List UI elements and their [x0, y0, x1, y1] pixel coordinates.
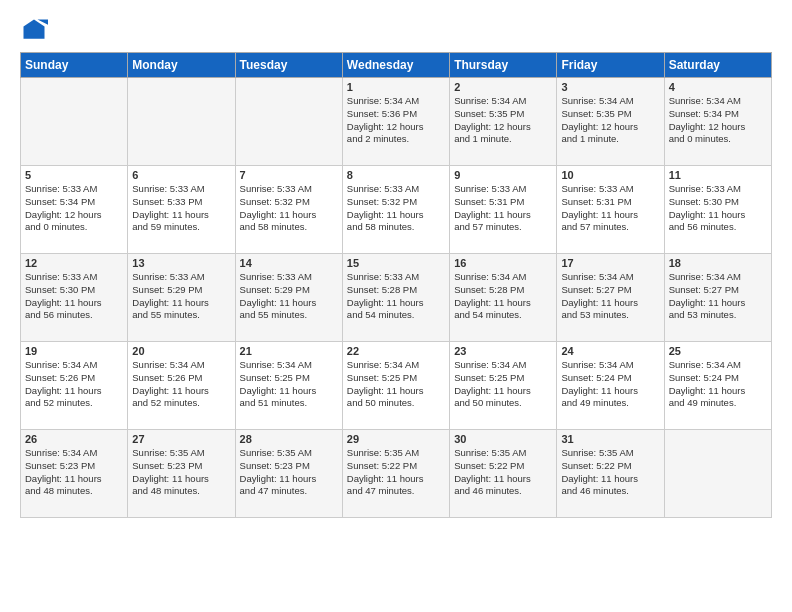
day-number: 24: [561, 345, 659, 357]
day-number: 9: [454, 169, 552, 181]
day-number: 28: [240, 433, 338, 445]
day-number: 25: [669, 345, 767, 357]
day-content: Sunrise: 5:33 AMSunset: 5:31 PMDaylight:…: [561, 183, 659, 234]
day-content: Sunrise: 5:35 AMSunset: 5:22 PMDaylight:…: [561, 447, 659, 498]
calendar-cell: 25Sunrise: 5:34 AMSunset: 5:24 PMDayligh…: [664, 342, 771, 430]
calendar-cell: 18Sunrise: 5:34 AMSunset: 5:27 PMDayligh…: [664, 254, 771, 342]
day-number: 17: [561, 257, 659, 269]
day-content: Sunrise: 5:34 AMSunset: 5:25 PMDaylight:…: [347, 359, 445, 410]
page: SundayMondayTuesdayWednesdayThursdayFrid…: [0, 0, 792, 534]
day-number: 30: [454, 433, 552, 445]
calendar-cell: 12Sunrise: 5:33 AMSunset: 5:30 PMDayligh…: [21, 254, 128, 342]
calendar-cell: [128, 78, 235, 166]
day-number: 27: [132, 433, 230, 445]
week-row-5: 26Sunrise: 5:34 AMSunset: 5:23 PMDayligh…: [21, 430, 772, 518]
day-number: 7: [240, 169, 338, 181]
calendar-cell: 22Sunrise: 5:34 AMSunset: 5:25 PMDayligh…: [342, 342, 449, 430]
calendar-cell: 11Sunrise: 5:33 AMSunset: 5:30 PMDayligh…: [664, 166, 771, 254]
day-number: 4: [669, 81, 767, 93]
day-content: Sunrise: 5:34 AMSunset: 5:25 PMDaylight:…: [240, 359, 338, 410]
day-number: 31: [561, 433, 659, 445]
calendar-cell: 17Sunrise: 5:34 AMSunset: 5:27 PMDayligh…: [557, 254, 664, 342]
day-number: 5: [25, 169, 123, 181]
day-number: 2: [454, 81, 552, 93]
day-content: Sunrise: 5:34 AMSunset: 5:36 PMDaylight:…: [347, 95, 445, 146]
day-content: Sunrise: 5:34 AMSunset: 5:34 PMDaylight:…: [669, 95, 767, 146]
day-number: 13: [132, 257, 230, 269]
day-number: 14: [240, 257, 338, 269]
day-number: 22: [347, 345, 445, 357]
header-day-thursday: Thursday: [450, 53, 557, 78]
header-day-sunday: Sunday: [21, 53, 128, 78]
day-content: Sunrise: 5:33 AMSunset: 5:30 PMDaylight:…: [25, 271, 123, 322]
day-content: Sunrise: 5:35 AMSunset: 5:23 PMDaylight:…: [132, 447, 230, 498]
calendar-cell: 20Sunrise: 5:34 AMSunset: 5:26 PMDayligh…: [128, 342, 235, 430]
week-row-2: 5Sunrise: 5:33 AMSunset: 5:34 PMDaylight…: [21, 166, 772, 254]
day-content: Sunrise: 5:34 AMSunset: 5:35 PMDaylight:…: [454, 95, 552, 146]
calendar-cell: 28Sunrise: 5:35 AMSunset: 5:23 PMDayligh…: [235, 430, 342, 518]
day-content: Sunrise: 5:34 AMSunset: 5:23 PMDaylight:…: [25, 447, 123, 498]
day-content: Sunrise: 5:35 AMSunset: 5:23 PMDaylight:…: [240, 447, 338, 498]
calendar-cell: 23Sunrise: 5:34 AMSunset: 5:25 PMDayligh…: [450, 342, 557, 430]
header-day-wednesday: Wednesday: [342, 53, 449, 78]
day-content: Sunrise: 5:34 AMSunset: 5:26 PMDaylight:…: [132, 359, 230, 410]
day-content: Sunrise: 5:34 AMSunset: 5:35 PMDaylight:…: [561, 95, 659, 146]
header-row-days: SundayMondayTuesdayWednesdayThursdayFrid…: [21, 53, 772, 78]
calendar-cell: 24Sunrise: 5:34 AMSunset: 5:24 PMDayligh…: [557, 342, 664, 430]
calendar-cell: 29Sunrise: 5:35 AMSunset: 5:22 PMDayligh…: [342, 430, 449, 518]
day-number: 12: [25, 257, 123, 269]
calendar-cell: 2Sunrise: 5:34 AMSunset: 5:35 PMDaylight…: [450, 78, 557, 166]
day-number: 15: [347, 257, 445, 269]
week-row-4: 19Sunrise: 5:34 AMSunset: 5:26 PMDayligh…: [21, 342, 772, 430]
day-content: Sunrise: 5:33 AMSunset: 5:33 PMDaylight:…: [132, 183, 230, 234]
calendar-cell: 9Sunrise: 5:33 AMSunset: 5:31 PMDaylight…: [450, 166, 557, 254]
day-number: 16: [454, 257, 552, 269]
calendar-cell: 7Sunrise: 5:33 AMSunset: 5:32 PMDaylight…: [235, 166, 342, 254]
day-content: Sunrise: 5:34 AMSunset: 5:25 PMDaylight:…: [454, 359, 552, 410]
calendar-cell: 6Sunrise: 5:33 AMSunset: 5:33 PMDaylight…: [128, 166, 235, 254]
calendar-table: SundayMondayTuesdayWednesdayThursdayFrid…: [20, 52, 772, 518]
day-number: 10: [561, 169, 659, 181]
day-content: Sunrise: 5:34 AMSunset: 5:26 PMDaylight:…: [25, 359, 123, 410]
day-number: 1: [347, 81, 445, 93]
day-number: 23: [454, 345, 552, 357]
week-row-1: 1Sunrise: 5:34 AMSunset: 5:36 PMDaylight…: [21, 78, 772, 166]
calendar-cell: [664, 430, 771, 518]
calendar-cell: 19Sunrise: 5:34 AMSunset: 5:26 PMDayligh…: [21, 342, 128, 430]
day-content: Sunrise: 5:35 AMSunset: 5:22 PMDaylight:…: [347, 447, 445, 498]
calendar-cell: [235, 78, 342, 166]
day-content: Sunrise: 5:33 AMSunset: 5:30 PMDaylight:…: [669, 183, 767, 234]
calendar-cell: 14Sunrise: 5:33 AMSunset: 5:29 PMDayligh…: [235, 254, 342, 342]
day-content: Sunrise: 5:33 AMSunset: 5:28 PMDaylight:…: [347, 271, 445, 322]
calendar-cell: 16Sunrise: 5:34 AMSunset: 5:28 PMDayligh…: [450, 254, 557, 342]
day-number: 11: [669, 169, 767, 181]
day-content: Sunrise: 5:33 AMSunset: 5:34 PMDaylight:…: [25, 183, 123, 234]
day-number: 18: [669, 257, 767, 269]
header-row: [20, 16, 772, 44]
day-content: Sunrise: 5:34 AMSunset: 5:27 PMDaylight:…: [561, 271, 659, 322]
day-number: 19: [25, 345, 123, 357]
day-content: Sunrise: 5:34 AMSunset: 5:24 PMDaylight:…: [561, 359, 659, 410]
calendar-cell: 31Sunrise: 5:35 AMSunset: 5:22 PMDayligh…: [557, 430, 664, 518]
day-content: Sunrise: 5:35 AMSunset: 5:22 PMDaylight:…: [454, 447, 552, 498]
day-number: 29: [347, 433, 445, 445]
header-day-monday: Monday: [128, 53, 235, 78]
day-content: Sunrise: 5:33 AMSunset: 5:32 PMDaylight:…: [240, 183, 338, 234]
calendar-cell: 4Sunrise: 5:34 AMSunset: 5:34 PMDaylight…: [664, 78, 771, 166]
day-content: Sunrise: 5:33 AMSunset: 5:29 PMDaylight:…: [240, 271, 338, 322]
logo: [20, 16, 52, 44]
day-content: Sunrise: 5:33 AMSunset: 5:31 PMDaylight:…: [454, 183, 552, 234]
day-content: Sunrise: 5:33 AMSunset: 5:29 PMDaylight:…: [132, 271, 230, 322]
day-content: Sunrise: 5:34 AMSunset: 5:28 PMDaylight:…: [454, 271, 552, 322]
calendar-cell: 15Sunrise: 5:33 AMSunset: 5:28 PMDayligh…: [342, 254, 449, 342]
day-number: 26: [25, 433, 123, 445]
calendar-cell: 27Sunrise: 5:35 AMSunset: 5:23 PMDayligh…: [128, 430, 235, 518]
day-content: Sunrise: 5:34 AMSunset: 5:27 PMDaylight:…: [669, 271, 767, 322]
calendar-cell: 21Sunrise: 5:34 AMSunset: 5:25 PMDayligh…: [235, 342, 342, 430]
calendar-cell: 10Sunrise: 5:33 AMSunset: 5:31 PMDayligh…: [557, 166, 664, 254]
calendar-cell: 3Sunrise: 5:34 AMSunset: 5:35 PMDaylight…: [557, 78, 664, 166]
calendar-cell: 30Sunrise: 5:35 AMSunset: 5:22 PMDayligh…: [450, 430, 557, 518]
day-number: 20: [132, 345, 230, 357]
week-row-3: 12Sunrise: 5:33 AMSunset: 5:30 PMDayligh…: [21, 254, 772, 342]
calendar-cell: 8Sunrise: 5:33 AMSunset: 5:32 PMDaylight…: [342, 166, 449, 254]
